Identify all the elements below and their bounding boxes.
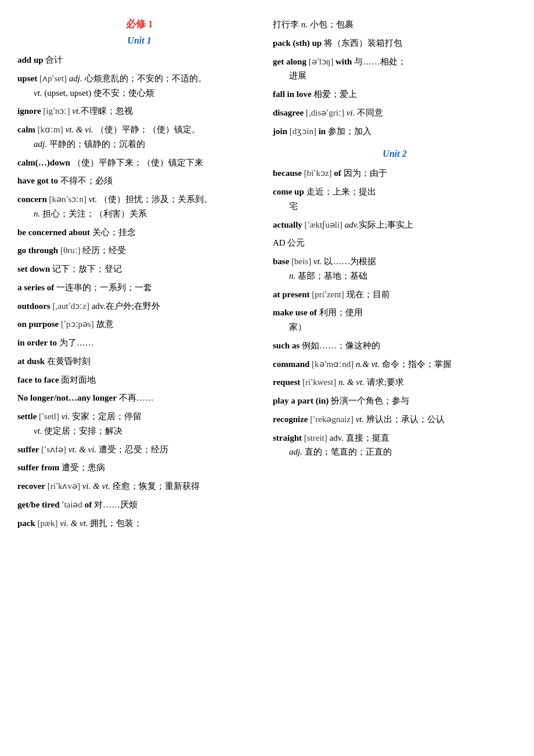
left-column: 必修 1 Unit 1 add up 合计upset [ʌpˈset] adj.… [17, 17, 267, 534]
list-item: have got to 不得不；必须 [17, 174, 261, 188]
right-unit1-entries: 打行李 n. 小包；包裹pack (sth) up 将（东西）装箱打包get a… [273, 17, 517, 138]
list-item: settle [ˈsetl] vi. 安家；定居；停留vt. 使定居；安排；解决 [17, 409, 261, 438]
list-item: at present [priˈzent] 现在；目前 [273, 287, 517, 302]
list-item: concern [kənˈsɔːn] vt. （使）担忧；涉及；关系到。n. 担… [17, 192, 261, 221]
list-item: 打行李 n. 小包；包裹 [273, 17, 517, 32]
list-item: suffer from 遭受；患病 [17, 460, 261, 475]
list-item: command [kəˈmɑːnd] n.& vt. 命令；指令；掌握 [273, 357, 517, 372]
list-item: calm(…)down （使）平静下来；（使）镇定下来 [17, 156, 261, 170]
page-container: 必修 1 Unit 1 add up 合计upset [ʌpˈset] adj.… [17, 17, 517, 534]
list-item: outdoors [ˌautˈdɔːz] adv.在户外;在野外 [17, 299, 261, 314]
list-item: request [riˈkwest] n. & vt. 请求;要求 [273, 375, 517, 390]
list-item: get along [əˈlɔŋ] with 与……相处；进展 [273, 55, 517, 84]
list-item: get/be tired ˈtaiəd of 对……厌烦 [17, 498, 261, 512]
list-item: add up 合计 [17, 53, 261, 67]
list-item: base [beis] vt. 以……为根据n. 基部；基地；基础 [273, 254, 517, 283]
left-entries: add up 合计upset [ʌpˈset] adj. 心烦意乱的；不安的；不… [17, 53, 261, 530]
section-title: 必修 1 [17, 17, 261, 31]
list-item: actually [ˈæktʃuəli] adv.实际上;事实上 [273, 218, 517, 232]
list-item: face to face 面对面地 [17, 373, 261, 387]
list-item: come up 走近；上来；提出宅 [273, 185, 517, 214]
list-item: recognize [ˈrekəgnaiz] vt. 辨认出；承认；公认 [273, 412, 517, 427]
list-item: calm [kɑːm] vt. & vi. （使）平静；（使）镇定。adj. 平… [17, 123, 261, 152]
list-item: upset [ʌpˈset] adj. 心烦意乱的；不安的；不适的。vt. (u… [17, 71, 261, 100]
list-item: play a part (in) 扮演一个角色；参与 [273, 394, 517, 408]
list-item: pack [pæk] vi. & vt. 拥扎；包装； [17, 516, 261, 531]
list-item: No longer/not…any longer 不再…… [17, 391, 261, 405]
list-item: disagree [ˌdisəˈgriː] vi. 不同意 [273, 106, 517, 120]
list-item: fall in love 相爱；爱上 [273, 87, 517, 102]
list-item: at dusk 在黄昏时刻 [17, 354, 261, 369]
list-item: join [dʒɔin] in 参加；加入 [273, 124, 517, 139]
list-item: AD 公元 [273, 236, 517, 250]
unit1-title-left: Unit 1 [17, 35, 261, 46]
list-item: go through [θruː] 经历；经受 [17, 243, 261, 258]
list-item: make use of 利用；使用家） [273, 305, 517, 334]
list-item: because [biˈkɔz] of 因为；由于 [273, 166, 517, 181]
list-item: recover [riˈkʌvə] vi. & vt. 痊愈；恢复；重新获得 [17, 479, 261, 494]
right-unit2-entries: because [biˈkɔz] of 因为；由于come up 走近；上来；提… [273, 166, 517, 459]
right-column: 打行李 n. 小包；包裹pack (sth) up 将（东西）装箱打包get a… [267, 17, 517, 534]
list-item: in order to 为了…… [17, 336, 261, 350]
list-item: pack (sth) up 将（东西）装箱打包 [273, 36, 517, 51]
list-item: suffer [ˈsʌfə] vt. & vi. 遭受；忍受；经历 [17, 442, 261, 457]
list-item: straight [streit] adv. 直接；挺直adj. 直的；笔直的；… [273, 431, 517, 460]
list-item: set down 记下；放下；登记 [17, 262, 261, 276]
list-item: a series of 一连串的；一系列；一套 [17, 280, 261, 295]
list-item: on purpose [ˈpɔːpəs] 故意 [17, 317, 261, 332]
list-item: ignore [igˈnɔː] vt.不理睬；忽视 [17, 104, 261, 118]
list-item: be concerned about 关心；挂念 [17, 225, 261, 240]
unit2-title-right: Unit 2 [273, 149, 517, 159]
list-item: such as 例如……；像这种的 [273, 339, 517, 353]
